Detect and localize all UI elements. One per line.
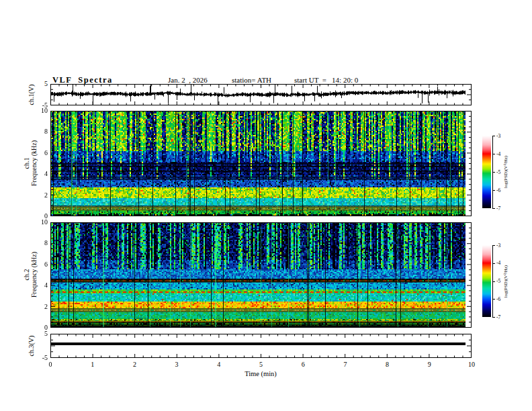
ch2-spec-ytick: 10 xyxy=(28,218,48,226)
plot-start-ut: start UT = 14: 20: 0 xyxy=(294,76,358,84)
colorbar-tick-mark xyxy=(492,245,495,246)
time-tick-8: 8 xyxy=(378,361,398,368)
colorbar-tick-label: -6 xyxy=(496,188,500,193)
colorbar-tick-mark xyxy=(492,208,495,209)
colorbar-tick-label: -7 xyxy=(496,206,500,211)
time-tick-6: 6 xyxy=(293,361,313,368)
ch2-label-line1: ch.2 xyxy=(23,252,30,298)
ch2-spectrogram-canvas xyxy=(50,222,472,328)
time-tick-1: 1 xyxy=(83,361,103,368)
colorbar-tick-mark xyxy=(492,154,495,154)
plot-station: station= ATH xyxy=(232,76,271,84)
colorbar-tick-label: -6 xyxy=(496,297,500,302)
colorbar-tick-mark xyxy=(492,136,495,136)
ch2-spec-ytick: 0 xyxy=(28,324,48,331)
time-tick-0: 0 xyxy=(40,361,60,368)
ch2-label-line2: Frequency (kHz) xyxy=(30,252,38,298)
ch1-label-line1: ch.1 xyxy=(23,140,30,186)
ch1-label-line2: Frequency (kHz) xyxy=(30,140,38,186)
colorbar-tick-label: -5 xyxy=(496,279,500,283)
vlf-spectra-plot: VLF Spectra Jan. 2 , 2026 station= ATH s… xyxy=(0,0,532,411)
plot-date: Jan. 2 , 2026 xyxy=(168,76,208,84)
time-tick-2: 2 xyxy=(124,361,144,368)
colorbar-tick-label: -5 xyxy=(496,170,500,175)
ch2-spec-ytick: 8 xyxy=(28,239,48,246)
colorbar-tick-label: -4 xyxy=(496,152,500,156)
ch1-spec-ytick: 6 xyxy=(28,149,48,156)
ch1-wave-ytick: 5 xyxy=(28,80,48,87)
ch2-spec-ytick: 6 xyxy=(28,261,48,268)
colorbar-tick-label: -7 xyxy=(496,315,500,320)
time-axis-label: Time (min) xyxy=(245,370,277,377)
colorbar-tick-mark xyxy=(492,263,495,264)
colorbar-tick-mark xyxy=(492,317,495,318)
time-tick-9: 9 xyxy=(419,361,439,368)
colorbar-tick-mark xyxy=(492,190,495,191)
time-tick-4: 4 xyxy=(209,361,229,368)
colorbar-tick-label: -3 xyxy=(496,243,500,248)
colorbar-1-label: log(PSD)(V²/Hz) xyxy=(503,156,508,188)
colorbar-2-label: log(PSD)(V²/Hz) xyxy=(503,265,508,297)
ch1-spec-ytick: 10 xyxy=(28,107,48,114)
ch2-spec-ytick: 2 xyxy=(28,303,48,310)
colorbar-2 xyxy=(482,245,491,317)
colorbar-tick-label: -4 xyxy=(496,261,500,265)
ch1-spec-ytick: 2 xyxy=(28,191,48,199)
ch3-volt-axis-label: ch.3(V) xyxy=(28,336,35,357)
ch1-freq-axis-label: ch.1 Frequency (kHz) xyxy=(23,140,38,186)
ch1-spectrogram-canvas xyxy=(50,111,472,216)
time-tick-7: 7 xyxy=(335,361,355,368)
colorbar-tick-mark xyxy=(492,299,495,300)
time-tick-3: 3 xyxy=(167,361,187,368)
colorbar-1 xyxy=(482,136,491,208)
ch1-waveform-canvas xyxy=(50,84,472,105)
time-tick-10: 10 xyxy=(461,361,482,368)
ch1-spec-ytick: 4 xyxy=(28,170,48,177)
colorbar-tick-mark xyxy=(492,172,495,173)
ch2-spec-ytick: 4 xyxy=(28,281,48,289)
time-tick-5: 5 xyxy=(251,361,271,368)
ch2-freq-axis-label: ch.2 Frequency (kHz) xyxy=(23,252,38,298)
ch3-waveform-canvas xyxy=(50,334,472,358)
colorbar-tick-label: -3 xyxy=(496,134,500,138)
colorbar-tick-mark xyxy=(492,281,495,282)
ch1-spec-ytick: 8 xyxy=(28,128,48,135)
